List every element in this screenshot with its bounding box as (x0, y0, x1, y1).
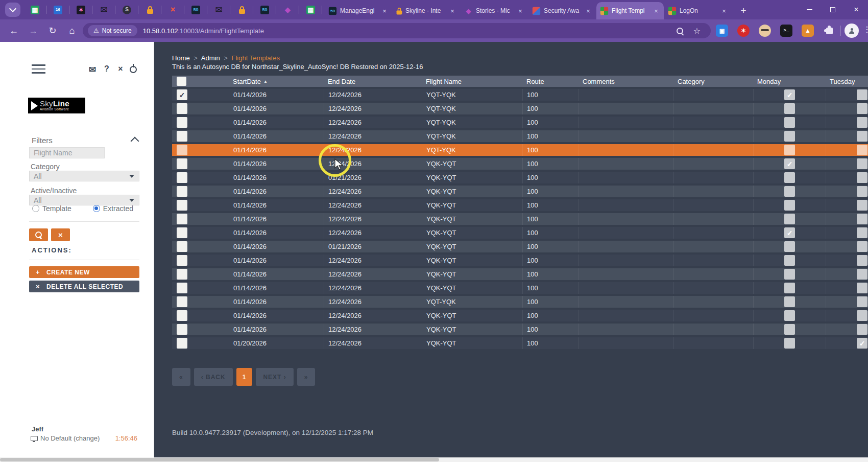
tuesday-checkbox[interactable] (857, 255, 867, 266)
monday-checkbox[interactable] (784, 186, 795, 197)
tab-close-icon[interactable]: × (584, 7, 592, 15)
pinned-tab-manage-engine[interactable]: 50 (253, 2, 276, 17)
active-inactive-select[interactable]: All (29, 195, 139, 205)
row-select-checkbox[interactable] (177, 227, 187, 238)
monday-checkbox[interactable]: ✓ (784, 158, 795, 169)
create-new-button[interactable]: + CREATE NEW (29, 266, 139, 278)
tuesday-checkbox[interactable] (857, 324, 867, 335)
extracted-radio[interactable] (93, 205, 100, 212)
not-secure-chip[interactable]: ⚠ Not secure (88, 25, 137, 36)
tuesday-checkbox[interactable] (857, 283, 867, 293)
monday-checkbox[interactable] (784, 310, 795, 321)
bookmark-star-icon[interactable]: ☆ (693, 26, 701, 36)
close-session-icon[interactable]: × (115, 64, 126, 74)
tuesday-checkbox[interactable] (857, 214, 867, 224)
monday-checkbox[interactable] (784, 296, 795, 307)
browser-tab-skyline-inte[interactable]: Skyline - Inte× (393, 2, 460, 19)
table-row[interactable]: 01/14/202612/24/2026YQK-YQT100 (172, 213, 868, 225)
row-select-checkbox[interactable] (177, 241, 187, 252)
clear-filters-button[interactable]: × (51, 228, 70, 241)
table-row[interactable]: 01/14/202612/24/2026YQK-YQT100 (172, 255, 868, 266)
tuesday-checkbox[interactable] (857, 269, 867, 280)
monday-checkbox[interactable] (784, 324, 795, 335)
pinned-tab-mail[interactable]: ✉ (207, 2, 230, 17)
table-row[interactable]: 01/14/202612/24/2026YQT-YQK100 (172, 130, 868, 142)
monday-checkbox[interactable] (784, 131, 795, 142)
monday-checkbox[interactable]: ✓ (784, 89, 795, 100)
row-select-checkbox[interactable] (177, 296, 187, 307)
tuesday-checkbox[interactable] (857, 158, 867, 169)
row-select-checkbox[interactable] (177, 131, 187, 142)
forward-button[interactable]: → (27, 25, 40, 36)
column-header-tuesday[interactable]: Tuesday (826, 76, 868, 87)
template-radio[interactable] (32, 205, 39, 212)
table-row[interactable]: 01/14/202612/24/2026YQT-YQK100 (172, 296, 868, 308)
monday-checkbox[interactable] (784, 172, 795, 183)
tuesday-checkbox[interactable] (857, 241, 867, 252)
monday-checkbox[interactable] (784, 214, 795, 224)
collapse-chevron-icon[interactable] (131, 137, 139, 146)
tuesday-checkbox[interactable] (857, 172, 867, 183)
maximize-button[interactable] (821, 0, 845, 19)
table-row[interactable]: 01/14/202612/24/2026YQT-YQK100 (172, 103, 868, 114)
search-button[interactable] (29, 228, 48, 241)
monday-checkbox[interactable] (784, 117, 795, 128)
pinned-tab-lock[interactable] (230, 2, 253, 17)
flight-name-input[interactable] (29, 147, 105, 158)
row-select-checkbox[interactable] (177, 255, 187, 266)
pinned-tab-calendar-16[interactable]: 16 (46, 2, 69, 17)
row-select-checkbox[interactable] (177, 338, 187, 349)
tuesday-checkbox[interactable] (857, 227, 867, 238)
pagination-back-button[interactable]: ‹ BACK (194, 368, 233, 386)
power-icon[interactable] (130, 66, 137, 73)
pagination-first-button[interactable]: « (172, 368, 190, 386)
pinned-tab-sheets-green[interactable]: ▦ (23, 2, 46, 17)
breadcrumb-home[interactable]: Home (172, 54, 190, 62)
extension-adblock-icon[interactable]: ✶ (737, 25, 750, 37)
tuesday-checkbox[interactable] (857, 145, 867, 155)
breadcrumb-admin[interactable]: Admin (201, 54, 220, 62)
table-row[interactable]: 01/14/202612/24/2026YQK-YQT100✓ (172, 227, 868, 239)
tab-close-icon[interactable]: × (652, 7, 660, 15)
table-row[interactable]: 01/14/202612/24/2026YQK-YQT100 (172, 186, 868, 197)
tuesday-checkbox[interactable] (857, 200, 867, 211)
monday-checkbox[interactable] (784, 269, 795, 280)
horizontal-scrollbar-track[interactable] (0, 457, 868, 462)
column-header-route[interactable]: Route (522, 76, 578, 87)
pinned-tab-s-circle[interactable]: S (115, 2, 138, 17)
row-select-checkbox[interactable] (177, 310, 187, 321)
extension-orange-icon[interactable]: ▲ (802, 25, 814, 37)
tuesday-checkbox[interactable] (857, 310, 867, 321)
horizontal-scrollbar-thumb[interactable] (0, 458, 439, 461)
tuesday-checkbox[interactable] (857, 186, 867, 197)
delete-all-selected-button[interactable]: × DELETE ALL SELECTED (29, 281, 139, 292)
row-select-checkbox[interactable] (177, 283, 187, 293)
monday-checkbox[interactable] (784, 283, 795, 293)
table-row[interactable]: 01/14/202612/24/2026YQK-YQT100 (172, 268, 868, 280)
extension-terminal-icon[interactable]: >_ (780, 25, 792, 37)
monday-checkbox[interactable] (784, 145, 795, 155)
column-header-end-date[interactable]: End Date (324, 76, 422, 87)
extension-password-icon[interactable]: ▣ (716, 25, 728, 37)
pagination-page-1[interactable]: 1 (236, 368, 253, 386)
zoom-icon[interactable] (677, 28, 683, 34)
pinned-tab-x-logo[interactable]: × (161, 2, 184, 17)
browser-tab-security-awa[interactable]: Security Awa× (528, 2, 596, 19)
monday-checkbox[interactable] (784, 200, 795, 211)
pagination-next-button[interactable]: NEXT › (256, 368, 293, 386)
row-select-checkbox[interactable] (177, 158, 187, 169)
address-bar[interactable]: ⚠ Not secure 10.58.0.102:10003/Admin/Fli… (83, 23, 711, 38)
table-row[interactable]: 01/20/202612/24/2026YQK-YQT100✓ (172, 337, 868, 349)
reload-button[interactable]: ↻ (46, 25, 59, 36)
tuesday-checkbox[interactable] (857, 296, 867, 307)
row-select-checkbox[interactable] (177, 117, 187, 128)
profile-avatar[interactable] (845, 24, 859, 38)
row-select-checkbox[interactable] (177, 145, 187, 155)
new-tab-button[interactable]: + (737, 4, 750, 17)
browser-tab-logon[interactable]: LogOn× (664, 2, 732, 19)
row-select-checkbox[interactable] (177, 103, 187, 114)
row-select-checkbox[interactable]: ✓ (177, 89, 187, 100)
tab-close-icon[interactable]: × (720, 7, 728, 15)
table-row[interactable]: 01/14/202612/24/2026YQK-YQT100 (172, 324, 868, 335)
row-select-checkbox[interactable] (177, 186, 187, 197)
